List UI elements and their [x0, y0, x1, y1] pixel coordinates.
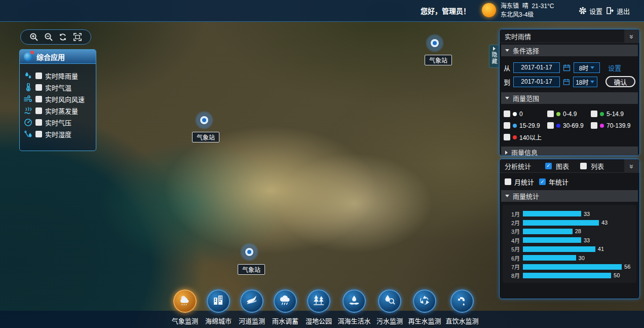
chart-view-checkbox[interactable] [545, 163, 552, 169]
nav-item[interactable]: 洱海生活水 [335, 289, 373, 328]
chart-bar[interactable] [523, 229, 573, 234]
to-label: 到 [504, 77, 510, 87]
chart-bar[interactable] [523, 255, 576, 261]
nav-item[interactable]: 海绵城市 [202, 289, 235, 328]
info-section-header[interactable]: 雨量信息 [501, 147, 638, 156]
range-checkbox[interactable] [547, 111, 554, 117]
settings-button[interactable]: 设置 [579, 6, 602, 16]
collapse-panel-button[interactable]: » [624, 159, 639, 173]
nav-item[interactable]: 湿地公园 [302, 289, 335, 328]
rain-range-option[interactable]: 0 [504, 108, 547, 120]
range-label: 5-14.9 [607, 111, 624, 118]
chart-bar[interactable] [523, 246, 595, 252]
layer-checkbox[interactable] [35, 107, 42, 114]
logout-button[interactable]: 退出 [606, 6, 630, 16]
chart-bar[interactable] [523, 220, 599, 226]
layer-checkbox[interactable] [35, 84, 42, 91]
from-hour-select[interactable]: 8时 [574, 62, 600, 73]
year-stats-checkbox[interactable] [539, 178, 546, 185]
sun-weather-icon [482, 3, 496, 17]
refresh-icon[interactable] [58, 32, 67, 42]
to-hour-select[interactable]: 18时 [573, 77, 597, 87]
rain-stats-section-header[interactable]: 雨量统计 [501, 190, 638, 202]
life-water-icon [348, 294, 361, 309]
layer-item[interactable]: 实时降雨量 [24, 70, 92, 82]
marker-dot [433, 41, 437, 45]
rain-range-option[interactable]: 70-139.9 [591, 120, 634, 131]
chart-category-label: 3月 [506, 227, 520, 235]
range-checkbox[interactable] [547, 122, 554, 129]
nav-label: 直饮水监测 [445, 316, 478, 328]
hide-panel-tab[interactable]: 隐藏 [489, 45, 499, 68]
layer-checkbox[interactable] [35, 72, 42, 79]
chart-category-label: 2月 [506, 218, 520, 227]
chart-row: 3月28 [506, 227, 632, 236]
rain-range-option[interactable]: 0-4.9 [547, 108, 591, 120]
rain-range-option[interactable]: 15-29.9 [504, 120, 547, 131]
chart-track: 43 [523, 220, 632, 226]
nav-item[interactable]: 河道监测 [235, 289, 269, 328]
layer-item-label: 实时气温 [45, 83, 71, 92]
humidity-icon [24, 130, 32, 138]
condition-section-header[interactable]: 条件选择 [501, 45, 638, 56]
collapse-panel-button[interactable]: » [624, 29, 639, 43]
triangle-right-icon [505, 151, 508, 155]
layer-panel-header[interactable]: 综合应用 [20, 50, 96, 64]
layer-item[interactable]: 实时气压 [24, 117, 92, 128]
fullscreen-icon[interactable] [73, 32, 82, 42]
chart-bar[interactable] [523, 211, 581, 216]
layer-checkbox[interactable] [35, 119, 42, 126]
weather-station-marker[interactable] [426, 34, 444, 52]
range-checkbox[interactable] [591, 122, 597, 129]
settings-label: 设置 [589, 6, 602, 16]
nav-item[interactable]: 气象监测 [168, 289, 202, 328]
chart-category-label: 8月 [506, 271, 520, 279]
settings-link[interactable]: 设置 [608, 63, 621, 72]
range-section-header[interactable]: 雨量范围 [501, 92, 638, 104]
rain-range-option[interactable]: 5-14.9 [591, 108, 634, 120]
layer-checkbox[interactable] [35, 131, 42, 137]
rain-range-option[interactable]: 30-69.9 [547, 120, 591, 131]
zoom-in-icon[interactable] [29, 32, 39, 42]
month-stats-checkbox[interactable] [505, 178, 511, 185]
to-date-input[interactable] [513, 77, 560, 87]
layer-item[interactable]: 实时湿度 [24, 128, 92, 140]
zoom-out-icon[interactable] [44, 32, 53, 42]
rain-stats-section-title: 雨量统计 [513, 191, 539, 201]
chart-value-label: 33 [584, 237, 590, 243]
marker-dot [202, 118, 206, 122]
confirm-button[interactable]: 确认 [605, 76, 635, 87]
layer-checkbox[interactable] [35, 96, 42, 102]
nav-item[interactable]: 再生水监测 [406, 289, 443, 328]
range-checkbox[interactable] [504, 134, 510, 140]
condition-section-title: 条件选择 [513, 46, 539, 55]
nav-item[interactable]: 污水监测 [373, 289, 406, 328]
chart-bar[interactable] [523, 237, 581, 243]
nav-label: 雨水调蓄 [272, 316, 298, 328]
wetland-icon [312, 294, 325, 309]
nav-circle [173, 289, 197, 313]
layer-item[interactable]: 实时蒸发量 [24, 105, 92, 117]
triangle-down-icon [505, 195, 509, 197]
list-view-checkbox[interactable] [580, 163, 587, 169]
calendar-icon[interactable] [563, 64, 571, 71]
layer-item[interactable]: 实时风向风速 [24, 93, 92, 105]
chart-bar[interactable] [523, 264, 622, 270]
weather-station-marker[interactable] [195, 111, 213, 129]
chart-row: 8月50 [506, 271, 632, 280]
from-date-input[interactable] [513, 62, 560, 73]
range-checkbox[interactable] [504, 111, 510, 117]
nav-item[interactable]: 雨水调蓄 [269, 289, 302, 328]
nav-item[interactable]: 直饮水监测 [443, 289, 481, 328]
rain-range-option[interactable]: 140以上 [504, 131, 547, 143]
range-checkbox[interactable] [591, 111, 597, 117]
chart-row: 1月33 [506, 209, 632, 218]
range-section-title: 雨量范围 [513, 93, 539, 103]
chart-track: 33 [523, 237, 632, 243]
calendar-icon[interactable] [563, 78, 570, 86]
exit-door-icon [606, 7, 614, 15]
range-checkbox[interactable] [504, 122, 510, 129]
layer-item[interactable]: 实时气温 [24, 82, 92, 93]
chart-bar[interactable] [523, 273, 611, 278]
weather-station-marker[interactable] [240, 243, 258, 261]
